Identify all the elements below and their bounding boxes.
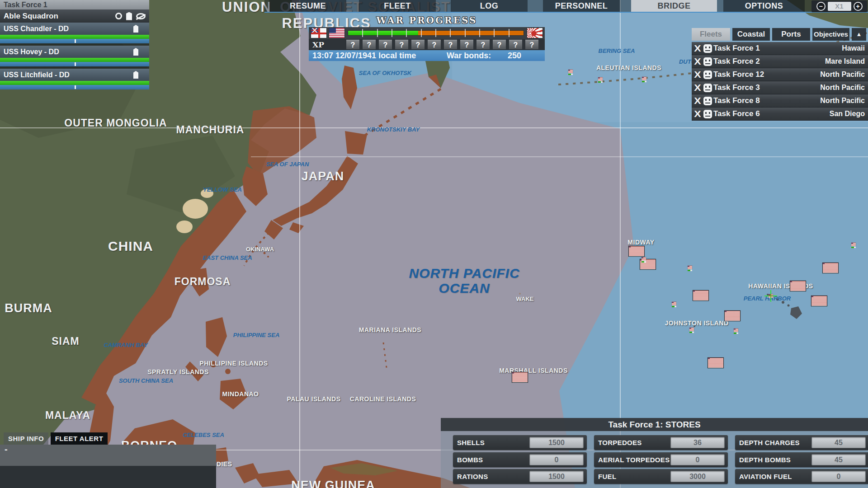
tab-resume[interactable]: RESUME xyxy=(269,0,346,12)
war-progress-panel: WAR PROGRESS XP ? ? ? ? ? ? xyxy=(309,15,545,61)
store-value[interactable]: 45 xyxy=(811,454,866,465)
xp-slot[interactable]: ? xyxy=(444,40,457,49)
collapse-panel-button[interactable]: ▲ xyxy=(852,28,866,41)
ship-row[interactable]: USS Hovey - DD xyxy=(0,46,149,58)
war-progress-bar xyxy=(348,30,524,36)
fleets-list-panel: Fleets Coastal Ports Objectives ▲ X Task… xyxy=(692,28,868,121)
tab-ports[interactable]: Ports xyxy=(772,28,810,41)
store-value[interactable]: 0 xyxy=(529,454,584,465)
speed-value: X1 xyxy=(828,2,851,11)
supply-bar xyxy=(0,62,149,66)
tab-ship-info[interactable]: SHIP INFO xyxy=(4,432,48,445)
progress-tick xyxy=(479,29,480,37)
map-unit-flag-icon[interactable] xyxy=(724,310,741,321)
fleet-row-task-force-3[interactable]: X Task Force 3 North Pacific xyxy=(692,81,868,94)
xp-slot[interactable]: ? xyxy=(476,40,490,49)
xp-slot[interactable]: ? xyxy=(428,40,441,49)
store-value[interactable]: 0 xyxy=(670,454,725,465)
map-unit-port-icon[interactable] xyxy=(598,77,603,81)
tab-bridge[interactable]: BRIDGE xyxy=(631,0,717,12)
map-unit-flag-icon[interactable] xyxy=(811,296,827,306)
store-value[interactable]: 1500 xyxy=(529,471,584,482)
fleet-name: Task Force 1 xyxy=(713,44,760,53)
tab-coastal[interactable]: Coastal xyxy=(732,28,770,41)
remove-icon[interactable]: X xyxy=(691,70,704,80)
map-unit-selected-icon[interactable] xyxy=(769,294,773,298)
ship-icon xyxy=(133,71,138,79)
royal-navy-ensign-icon xyxy=(311,28,327,38)
xp-slot[interactable]: ? xyxy=(493,40,506,49)
map-unit-flag-icon[interactable] xyxy=(512,372,528,383)
progress-tick xyxy=(377,29,378,37)
store-label: TORPEDOES xyxy=(598,435,642,450)
remove-icon[interactable]: X xyxy=(691,83,704,93)
health-bar xyxy=(0,81,149,85)
ship-icon[interactable] xyxy=(126,12,132,20)
xp-slot[interactable]: ? xyxy=(525,40,538,49)
store-value[interactable]: 0 xyxy=(811,471,866,482)
map-unit-port-icon[interactable] xyxy=(734,328,738,332)
progress-tick xyxy=(509,29,509,37)
xp-slot[interactable]: ? xyxy=(460,40,473,49)
fleet-row-task-force-1[interactable]: X Task Force 1 Hawaii xyxy=(692,42,868,55)
xp-slot[interactable]: ? xyxy=(379,40,392,49)
store-value[interactable]: 1500 xyxy=(529,437,584,448)
map-unit-flag-icon[interactable] xyxy=(790,281,806,291)
fleet-row-task-force-8[interactable]: X Task Force 8 North Pacific xyxy=(692,94,868,108)
speed-plus-button[interactable]: + xyxy=(854,2,863,11)
remove-icon[interactable]: X xyxy=(691,43,704,54)
store-value[interactable]: 36 xyxy=(670,437,725,448)
remove-icon[interactable]: X xyxy=(691,56,704,67)
xp-slot[interactable]: ? xyxy=(509,40,522,49)
tab-fleets[interactable]: Fleets xyxy=(692,28,730,41)
map-unit-flag-icon[interactable] xyxy=(708,357,724,368)
circle-icon[interactable] xyxy=(115,13,122,19)
ship-row[interactable]: USS Litchfield - DD xyxy=(0,69,149,81)
map-unit-port-icon[interactable] xyxy=(851,243,856,246)
map-unit-port-icon[interactable] xyxy=(568,70,573,73)
supply-marker xyxy=(75,85,76,89)
store-label: FUEL xyxy=(598,469,616,484)
store-label: AVIATION FUEL xyxy=(739,469,792,484)
map-unit-port-icon[interactable] xyxy=(688,266,692,269)
tab-objectives[interactable]: Objectives xyxy=(812,28,849,41)
xp-slot[interactable]: ? xyxy=(395,40,408,49)
progress-tick xyxy=(362,29,363,37)
xp-slot[interactable]: ? xyxy=(346,40,359,49)
map-unit-flag-icon[interactable] xyxy=(693,290,709,301)
map-unit-port-icon[interactable] xyxy=(672,302,676,305)
fleet-row-task-force-6[interactable]: X Task Force 6 San Diego xyxy=(692,108,868,121)
task-force-panel: Task Force 1 Able Squadron USS Chandler … xyxy=(0,0,149,89)
store-label: BOMBS xyxy=(457,452,483,467)
fleet-row-task-force-2[interactable]: X Task Force 2 Mare Island xyxy=(692,55,868,68)
tab-personnel[interactable]: PERSONNEL xyxy=(543,0,620,12)
squadron-row[interactable]: Able Squadron xyxy=(0,9,149,23)
xp-slot[interactable]: ? xyxy=(411,40,425,49)
fleets-tabs: Fleets Coastal Ports Objectives ▲ xyxy=(692,28,868,41)
map-unit-port-icon[interactable] xyxy=(642,257,646,261)
ship-row[interactable]: USS Chandler - DD xyxy=(0,23,149,35)
map-unit-flag-icon[interactable] xyxy=(628,246,645,257)
store-fuel: FUEL 3000 xyxy=(594,469,728,484)
map-unit-port-icon[interactable] xyxy=(642,77,646,80)
eye-off-icon[interactable] xyxy=(136,13,146,19)
remove-icon[interactable]: X xyxy=(691,96,704,106)
speed-minus-button[interactable]: − xyxy=(816,2,826,11)
fleet-location: Mare Island xyxy=(825,57,868,66)
tab-log[interactable]: LOG xyxy=(451,0,528,12)
store-value[interactable]: 3000 xyxy=(670,471,725,482)
tab-options[interactable]: OPTIONS xyxy=(723,0,805,12)
fleet-row-task-force-12[interactable]: X Task Force 12 North Pacific xyxy=(692,68,868,81)
xp-slot[interactable]: ? xyxy=(363,40,376,49)
war-progress-title: WAR PROGRESS xyxy=(309,15,545,26)
store-torpedoes: TORPEDOES 36 xyxy=(594,435,728,450)
tab-fleet-alert[interactable]: FLEET ALERT xyxy=(51,432,108,445)
health-bar xyxy=(0,35,149,39)
progress-tick xyxy=(450,29,451,37)
remove-icon[interactable]: X xyxy=(691,109,704,119)
tab-fleet[interactable]: FLEET xyxy=(359,0,436,12)
map-unit-flag-icon[interactable] xyxy=(822,263,839,273)
supply-bar xyxy=(0,39,149,43)
store-value[interactable]: 45 xyxy=(811,437,866,448)
map-unit-port-icon[interactable] xyxy=(689,328,694,331)
